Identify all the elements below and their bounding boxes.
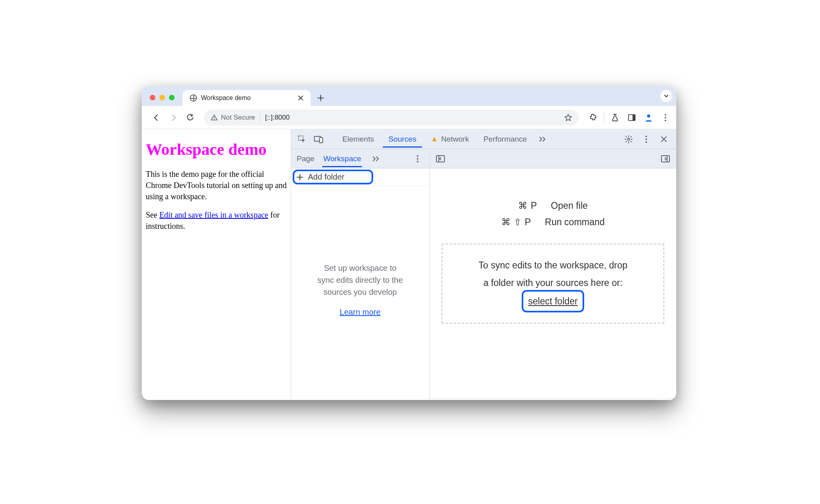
navigator-tabs: Page Workspace: [291, 149, 429, 168]
security-label: Not Secure: [221, 114, 255, 122]
editor-toolbar: [430, 149, 676, 168]
svg-rect-10: [661, 156, 669, 162]
svg-rect-1: [214, 116, 215, 118]
omnibox-separator: [260, 113, 260, 122]
sources-navigator: Page Workspace Add folder: [291, 149, 430, 400]
tab-sources[interactable]: Sources: [383, 131, 422, 148]
profile-button[interactable]: [642, 111, 655, 124]
toggle-navigator-icon[interactable]: [434, 152, 447, 166]
forward-button[interactable]: [167, 111, 180, 124]
svg-rect-9: [436, 156, 444, 162]
device-toolbar-icon[interactable]: [312, 132, 326, 146]
warning-icon: ▲: [431, 135, 438, 143]
shortcut-label-runcommand: Run command: [545, 217, 605, 228]
learn-more-link[interactable]: Learn more: [340, 306, 380, 318]
workspace-dropzone[interactable]: To sync edits to the workspace, drop a f…: [442, 244, 664, 324]
svg-point-0: [214, 118, 215, 119]
more-tabs-button[interactable]: [536, 132, 549, 146]
window-minimize-button[interactable]: [159, 95, 165, 100]
editor-bottom-border: [430, 398, 676, 400]
omnibox[interactable]: Not Secure [::]:8000: [204, 110, 579, 126]
toggle-debugger-icon[interactable]: [659, 152, 672, 166]
tab-performance[interactable]: Performance: [478, 131, 533, 148]
content-area: Workspace demo This is the demo page for…: [142, 129, 676, 400]
svg-point-8: [627, 138, 630, 140]
page-heading: Workspace demo: [146, 140, 287, 159]
devtools-close-button[interactable]: [657, 132, 671, 146]
svg-rect-3: [633, 114, 635, 120]
sources-editor: ⌘ P Open file ⌘ ⇧ P Run command To sync …: [430, 149, 676, 400]
shortcut-hints: ⌘ P Open file ⌘ ⇧ P Run command: [430, 168, 676, 240]
devtools-panel: Elements Sources ▲ Network Performance: [291, 129, 676, 400]
settings-icon[interactable]: [622, 132, 635, 146]
plus-icon: [296, 173, 304, 181]
extensions-button[interactable]: [586, 111, 600, 124]
page-paragraph-2: See Edit and save files in a workspace f…: [146, 209, 287, 232]
globe-icon: [190, 94, 197, 102]
tab-network[interactable]: ▲ Network: [425, 131, 475, 148]
shortcut-keys-runcommand: ⌘ ⇧ P: [501, 217, 531, 228]
inspect-element-icon[interactable]: [295, 132, 309, 146]
tab-elements[interactable]: Elements: [337, 131, 380, 148]
security-chip[interactable]: Not Secure: [211, 114, 255, 122]
add-folder-label: Add folder: [308, 172, 344, 182]
workspace-empty-state: Set up workspace to sync edits directly …: [291, 186, 429, 400]
browser-toolbar: Not Secure [::]:8000: [142, 106, 676, 129]
add-folder-button[interactable]: Add folder: [291, 168, 429, 186]
tab-close-button[interactable]: [296, 94, 305, 102]
bookmark-star-button[interactable]: [564, 113, 573, 122]
devtools-topbar: Elements Sources ▲ Network Performance: [291, 129, 676, 149]
shortcut-label-openfile: Open file: [551, 200, 588, 211]
devtools-menu-button[interactable]: [639, 132, 653, 146]
rendered-page: Workspace demo This is the demo page for…: [142, 129, 291, 400]
nav-menu-button[interactable]: [411, 152, 424, 166]
page-paragraph-1: This is the demo page for the official C…: [146, 168, 287, 202]
traffic-lights: [150, 95, 175, 106]
shortcut-keys-openfile: ⌘ P: [518, 200, 537, 211]
nav-more-tabs-button[interactable]: [369, 152, 383, 166]
window-close-button[interactable]: [150, 95, 155, 100]
nav-tab-workspace[interactable]: Workspace: [322, 150, 362, 167]
browser-tab-active[interactable]: Workspace demo: [183, 90, 311, 106]
url-text: [::]:8000: [265, 114, 289, 122]
toolbar-separator: [604, 113, 604, 122]
back-button[interactable]: [150, 111, 163, 124]
labs-button[interactable]: [608, 111, 622, 124]
new-tab-button[interactable]: [314, 91, 328, 105]
sidepanel-button[interactable]: [625, 111, 639, 124]
browser-tabstrip: Workspace demo: [142, 86, 676, 106]
warning-icon: [211, 114, 218, 121]
select-folder-link[interactable]: select folder: [524, 292, 582, 311]
window-zoom-button[interactable]: [169, 95, 175, 100]
browser-tab-title: Workspace demo: [201, 94, 251, 102]
svg-rect-7: [320, 138, 323, 143]
reload-button[interactable]: [183, 111, 197, 124]
browser-menu-button[interactable]: [659, 111, 672, 124]
devtools-body: Page Workspace Add folder: [291, 149, 676, 400]
browser-window: Workspace demo: [142, 86, 676, 400]
tabstrip-dropdown-button[interactable]: [660, 90, 672, 102]
svg-point-4: [647, 114, 650, 118]
workspace-tutorial-link[interactable]: Edit and save files in a workspace: [159, 210, 268, 219]
nav-tab-page[interactable]: Page: [296, 150, 315, 167]
